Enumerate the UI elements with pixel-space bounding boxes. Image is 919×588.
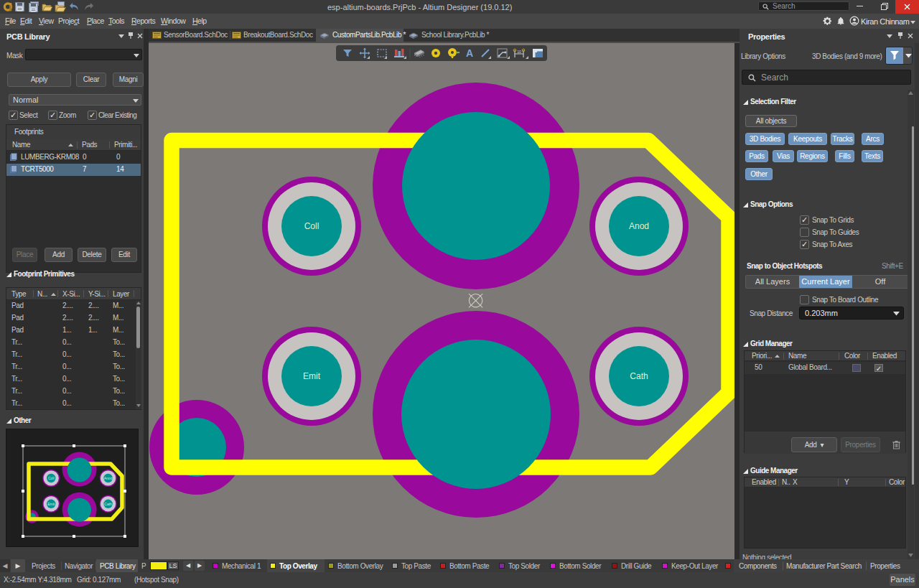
svg-text:Coll: Coll <box>304 221 319 231</box>
svg-text:10: 10 <box>517 50 521 54</box>
svg-text:A: A <box>466 47 473 59</box>
svg-text:Emit: Emit <box>47 502 55 506</box>
svg-text:Cath: Cath <box>104 502 112 506</box>
svg-text:Cath: Cath <box>630 371 648 381</box>
svg-text:Anod: Anod <box>104 476 113 480</box>
svg-text:Coll: Coll <box>48 476 55 480</box>
svg-text:Emit: Emit <box>303 371 321 381</box>
svg-text:Anod: Anod <box>629 221 649 231</box>
